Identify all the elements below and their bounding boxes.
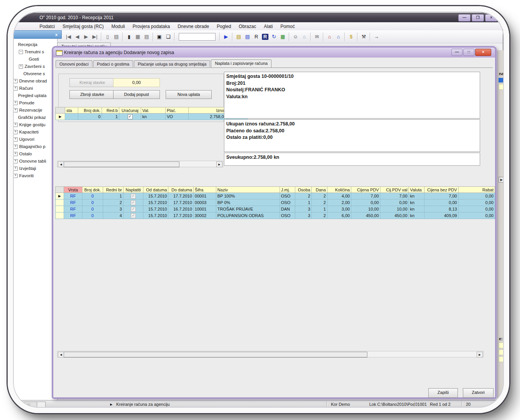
tree-item-knjige-gostiju[interactable]: +Knjige gostiju bbox=[12, 121, 57, 128]
grid-row[interactable]: ▶01✓knVO2.758,0020 bbox=[56, 114, 248, 120]
tree-item-kapaciteti[interactable]: +Kapaciteti bbox=[12, 128, 57, 136]
cell[interactable]: kn bbox=[141, 114, 166, 120]
cell[interactable]: 2 bbox=[312, 212, 327, 219]
cell[interactable]: RF bbox=[64, 193, 82, 199]
print-icon[interactable]: ▦ bbox=[134, 33, 142, 41]
scrollbar-thumb[interactable]: ||| bbox=[21, 402, 37, 408]
cell[interactable]: 3 bbox=[103, 206, 123, 212]
tab-podaci-o-gostima[interactable]: Podaci o gostima bbox=[93, 60, 133, 67]
cell[interactable]: 1 bbox=[102, 114, 119, 120]
discount-amount-field[interactable]: 0,00 bbox=[113, 78, 160, 87]
cell[interactable]: 4,00 bbox=[327, 193, 351, 199]
tree-item-dnevne-obrad[interactable]: +Dnevne obrad bbox=[12, 77, 57, 85]
cell[interactable]: BP 0% bbox=[216, 199, 280, 206]
cell[interactable]: 4 bbox=[103, 212, 123, 219]
cell[interactable]: kn bbox=[409, 193, 425, 199]
cell[interactable]: 8,13 bbox=[425, 206, 459, 212]
close-dialog-button[interactable]: Zatvori bbox=[463, 388, 494, 398]
cell[interactable]: 1 bbox=[103, 193, 123, 199]
cell[interactable]: 00003 bbox=[193, 199, 216, 206]
expand-icon[interactable]: + bbox=[13, 159, 18, 163]
row-marker[interactable] bbox=[56, 199, 64, 206]
home-icon[interactable]: ⌂ bbox=[300, 33, 308, 41]
cell[interactable]: 17.7.2010 bbox=[168, 212, 193, 219]
tree-item-računi[interactable]: +Računi bbox=[12, 85, 57, 92]
prev-record-icon[interactable]: ◀ bbox=[73, 33, 81, 41]
cell[interactable]: 2.758,00 bbox=[189, 114, 228, 120]
house-blue-icon[interactable]: ⌂ bbox=[334, 33, 342, 41]
cell[interactable]: 0 bbox=[82, 199, 103, 206]
cell[interactable]: 15.7.2010 bbox=[143, 212, 168, 219]
cell[interactable]: 0,00 bbox=[425, 199, 459, 206]
next-record-icon[interactable]: ▶ bbox=[82, 33, 90, 41]
tree-item-blagajničko-p[interactable]: +Blagajničko p bbox=[12, 143, 57, 150]
cell[interactable]: BP 100% bbox=[216, 193, 280, 199]
notes-icon[interactable]: ▤ bbox=[235, 33, 243, 41]
cell[interactable]: 00001 bbox=[193, 193, 216, 199]
cell[interactable]: 7,00 bbox=[351, 193, 380, 199]
expand-icon[interactable]: + bbox=[13, 79, 18, 83]
tree-item-ponude[interactable]: +Ponude bbox=[12, 99, 57, 107]
cell[interactable]: ✓ bbox=[123, 199, 143, 206]
scroll-right-icon[interactable]: ▶ bbox=[216, 161, 222, 167]
selected-row-marker[interactable]: ▶ bbox=[56, 114, 65, 120]
cell[interactable]: DAN bbox=[280, 206, 295, 212]
expand-icon[interactable]: + bbox=[13, 166, 18, 171]
new-record-icon[interactable]: ▯ bbox=[104, 33, 112, 41]
cell[interactable]: 409,09 bbox=[425, 212, 459, 219]
cell[interactable]: 2 bbox=[312, 199, 327, 206]
cell[interactable]: 16.7.2010 bbox=[168, 206, 193, 212]
close-button[interactable]: × bbox=[485, 14, 497, 21]
cell[interactable]: 0,00 bbox=[458, 206, 495, 212]
collapse-icon[interactable]: − bbox=[19, 50, 23, 54]
cell[interactable]: ✓ bbox=[123, 206, 143, 212]
checkbox-checked[interactable]: ✓ bbox=[131, 194, 136, 199]
tree-item-ostalo[interactable]: +Ostalo bbox=[12, 150, 57, 158]
tree-item-pregled-uplata[interactable]: Pregled uplata bbox=[12, 92, 57, 99]
cell[interactable]: 10,00 bbox=[351, 206, 380, 212]
cell[interactable]: 7,00 bbox=[380, 193, 409, 199]
refresh-icon[interactable]: ↻ bbox=[270, 33, 278, 41]
save-icon[interactable]: ▣ bbox=[155, 33, 163, 41]
cell[interactable]: 0,00 bbox=[380, 199, 409, 206]
first-record-icon[interactable]: |◀ bbox=[64, 33, 72, 41]
cell[interactable]: 1 bbox=[312, 206, 327, 212]
checkbox-checked[interactable]: ✓ bbox=[131, 207, 136, 212]
cell[interactable]: 0,00 bbox=[351, 199, 380, 206]
sidebar-close-icon[interactable]: x bbox=[55, 32, 58, 37]
scrollbar-thumb[interactable] bbox=[64, 161, 179, 167]
dialog-maximize-button[interactable]: □ bbox=[463, 49, 474, 56]
expand-icon[interactable]: + bbox=[13, 123, 18, 127]
cell[interactable]: 10001 bbox=[193, 206, 216, 212]
r-badge-icon[interactable]: R bbox=[262, 34, 268, 40]
save-button[interactable]: Zapiši bbox=[428, 388, 458, 398]
payment-grid-hscrollbar[interactable]: ◀ ▶ bbox=[57, 161, 223, 167]
cell[interactable]: 6,00 bbox=[327, 212, 351, 219]
background-scroll-arrow[interactable]: ▶ bbox=[499, 177, 504, 183]
menu-item-moduli[interactable]: Moduli bbox=[107, 24, 128, 29]
cell[interactable]: 2 bbox=[103, 199, 123, 206]
cell[interactable]: 0 bbox=[78, 114, 102, 120]
cell[interactable]: OSO bbox=[280, 199, 295, 206]
cell[interactable]: kn bbox=[409, 206, 425, 212]
cell[interactable]: ✓ bbox=[123, 193, 143, 199]
cell[interactable]: RF bbox=[64, 199, 82, 206]
coins-icon[interactable]: $ bbox=[347, 33, 355, 41]
cell[interactable]: 15.7.2010 bbox=[143, 199, 168, 206]
cell[interactable]: POLUPANSION ODRAS bbox=[216, 212, 280, 219]
expand-icon[interactable]: + bbox=[13, 174, 18, 178]
tree-item-osnovne-tabli[interactable]: +Osnovne tabli bbox=[12, 158, 57, 165]
cell[interactable]: 2 bbox=[295, 193, 312, 199]
menu-item-smještaj-gosta-rc[interactable]: Smještaj gosta (RC) bbox=[59, 24, 107, 29]
new-payment-button[interactable]: Nova uplata bbox=[166, 90, 212, 99]
cell[interactable]: 7,00 bbox=[425, 193, 459, 199]
cell[interactable]: VO bbox=[166, 114, 189, 120]
tree-item-ugovori[interactable]: +Ugovori bbox=[12, 136, 57, 143]
menu-item-dnevne-obrade[interactable]: Dnevne obrade bbox=[174, 24, 213, 29]
menu-item-podatci[interactable]: Podatci bbox=[36, 24, 59, 29]
cell[interactable]: 3,00 bbox=[327, 206, 351, 212]
grid-row[interactable]: RF03✓15.7.201016.7.201010001TROŠAK PRIJA… bbox=[56, 206, 495, 212]
create-items-button[interactable]: Kreiraj stavke bbox=[69, 78, 115, 87]
sum-items-button[interactable]: Zbroji stavke bbox=[69, 90, 115, 99]
cell[interactable]: 0,00 bbox=[458, 193, 495, 199]
